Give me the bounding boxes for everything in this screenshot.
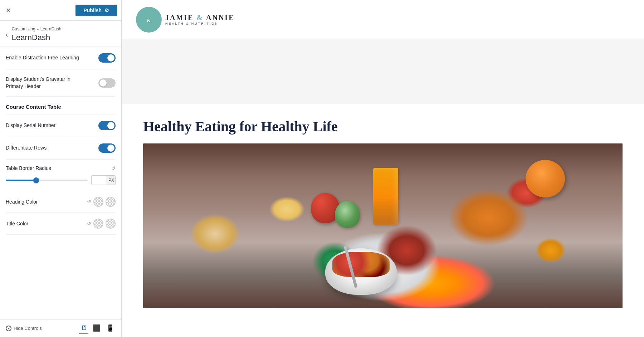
panel-title: LearnDash xyxy=(12,33,62,42)
differentiate-rows-thumb xyxy=(107,145,114,152)
display-serial-toggle[interactable] xyxy=(98,121,116,130)
table-border-radius-input[interactable] xyxy=(92,176,106,185)
distraction-free-track xyxy=(98,53,116,63)
logo-subtitle: HEALTH & NUTRITION xyxy=(165,22,234,25)
hide-icon: ● xyxy=(6,326,11,331)
display-serial-track xyxy=(98,121,116,130)
course-content-section-heading: Course Content Table xyxy=(6,97,116,114)
table-border-radius-label: Table Border Radius xyxy=(6,165,51,171)
gravatar-toggle[interactable] xyxy=(98,78,116,88)
logo-ampersand: & xyxy=(196,14,204,21)
mobile-icon: 📱 xyxy=(106,324,114,332)
differentiate-rows-track xyxy=(98,143,116,153)
hide-controls-button[interactable]: ● Hide Controls xyxy=(6,326,42,331)
title-color-swatch-1[interactable] xyxy=(93,219,103,229)
customizer-sidebar: ✕ Publish ⚙ ‹ Customizing ▸ LearnDash Le… xyxy=(0,0,122,337)
gravatar-label: Display Student's Gravatar in Primary He… xyxy=(6,76,84,90)
logo-text-block: JAMIE & ANNIE HEALTH & NUTRITION xyxy=(165,14,234,25)
distraction-free-thumb xyxy=(107,54,114,62)
hero-image xyxy=(143,143,623,308)
distraction-free-toggle[interactable] xyxy=(98,53,116,63)
breadcrumb: Customizing ▸ LearnDash xyxy=(12,26,62,31)
differentiate-rows-row: Differentiate Rows xyxy=(6,137,116,160)
gravatar-row: Display Student's Gravatar in Primary He… xyxy=(6,69,116,97)
title-color-label: Title Color xyxy=(6,221,28,226)
apple-green xyxy=(335,201,360,228)
gear-icon: ⚙ xyxy=(104,8,109,13)
breadcrumb-section: LearnDash xyxy=(40,26,62,31)
controls-area: Enable Distraction Free Learning Display… xyxy=(0,47,121,319)
title-color-swatch-2[interactable] xyxy=(106,219,116,229)
top-bar: ✕ Publish ⚙ xyxy=(0,0,121,21)
food-bowl xyxy=(325,248,397,295)
desktop-icon: 🖥 xyxy=(80,324,87,331)
site-hero-band xyxy=(122,39,644,104)
logo-name-part1: JAMIE xyxy=(165,14,194,21)
publish-button[interactable]: Publish ⚙ xyxy=(75,5,117,16)
heading-color-swatch-1[interactable] xyxy=(93,197,103,207)
slider-label-row: Table Border Radius ↺ xyxy=(6,165,116,171)
publish-label: Publish xyxy=(83,8,102,13)
heading-color-row: Heading Color ↺ xyxy=(6,191,116,213)
page-title: Healthy Eating for Healthy Life xyxy=(143,118,623,135)
differentiate-rows-label: Differentiate Rows xyxy=(6,145,47,152)
bowl-contents xyxy=(332,252,390,277)
title-color-reset[interactable]: ↺ xyxy=(87,221,91,226)
tablet-icon: ⬛ xyxy=(93,324,101,332)
distraction-free-label: Enable Distraction Free Learning xyxy=(6,54,79,62)
device-buttons: 🖥 ⬛ 📱 xyxy=(79,323,116,334)
gravatar-thumb xyxy=(99,79,107,87)
table-border-radius-row: Table Border Radius ↺ PX xyxy=(6,160,116,191)
display-serial-label: Display Serial Number xyxy=(6,122,55,129)
title-color-row: Title Color ↺ xyxy=(6,213,116,235)
heading-color-swatches: ↺ xyxy=(87,197,116,207)
breadcrumb-prefix: Customizing xyxy=(12,26,35,31)
table-border-radius-slider[interactable] xyxy=(6,180,88,181)
site-header: & JAMIE & ANNIE HEALTH & NUTRITION xyxy=(122,0,644,39)
heading-color-label: Heading Color xyxy=(6,199,38,205)
logo-name: JAMIE & ANNIE xyxy=(165,14,234,22)
orange-fruit xyxy=(526,160,565,197)
device-desktop-button[interactable]: 🖥 xyxy=(79,323,88,334)
differentiate-rows-toggle[interactable] xyxy=(98,143,116,153)
logo-inner-svg: & xyxy=(140,11,158,29)
logo-area: & JAMIE & ANNIE HEALTH & NUTRITION xyxy=(136,7,234,33)
distraction-free-row: Enable Distraction Free Learning xyxy=(6,47,116,69)
px-input-wrap: PX xyxy=(91,175,116,185)
table-border-radius-reset[interactable]: ↺ xyxy=(111,165,116,171)
px-unit-label: PX xyxy=(106,176,116,185)
oj-glass xyxy=(373,168,398,225)
device-tablet-button[interactable]: ⬛ xyxy=(91,323,102,334)
panel-header: ‹ Customizing ▸ LearnDash LearnDash xyxy=(0,21,121,47)
display-serial-thumb xyxy=(107,122,114,129)
breadcrumb-arrow: ▸ xyxy=(37,27,39,31)
hide-controls-label: Hide Controls xyxy=(14,326,42,331)
site-content: Healthy Eating for Healthy Life xyxy=(122,104,644,322)
back-button[interactable]: ‹ xyxy=(6,31,11,38)
close-button[interactable]: ✕ xyxy=(4,6,13,15)
heading-color-swatch-2[interactable] xyxy=(106,197,116,207)
svg-text:&: & xyxy=(147,18,151,23)
gravatar-track xyxy=(98,78,116,88)
slider-controls: PX xyxy=(6,175,116,185)
device-mobile-button[interactable]: 📱 xyxy=(105,323,116,334)
logo-circle: & xyxy=(136,7,162,33)
title-color-swatches: ↺ xyxy=(87,219,116,229)
bottom-bar: ● Hide Controls 🖥 ⬛ 📱 xyxy=(0,319,121,337)
heading-color-reset[interactable]: ↺ xyxy=(87,199,91,205)
logo-name-part2: ANNIE xyxy=(206,14,234,21)
preview-site: & JAMIE & ANNIE HEALTH & NUTRITION Healt… xyxy=(122,0,644,337)
display-serial-row: Display Serial Number xyxy=(6,114,116,137)
preview-area: & JAMIE & ANNIE HEALTH & NUTRITION Healt… xyxy=(122,0,644,337)
